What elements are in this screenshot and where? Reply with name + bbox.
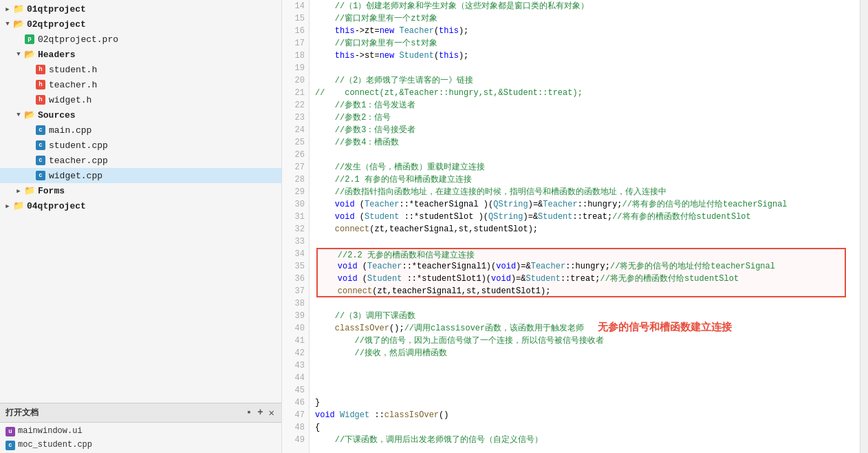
cpp-file-icon: c <box>34 140 47 150</box>
code-line <box>315 372 854 384</box>
close-icon[interactable]: ✕ <box>268 407 276 419</box>
pro-file-icon: p <box>23 34 36 44</box>
cpp-file-icon: c <box>34 125 47 135</box>
tree-item-label: student.cpp <box>49 140 108 151</box>
line-number: 31 <box>282 211 309 223</box>
code-line: //窗口对象里有一个st对象 <box>315 37 854 50</box>
line-number: 26 <box>282 149 309 161</box>
line-number: 33 <box>282 235 309 248</box>
code-line: //窗口对象里有一个zt对象 <box>315 12 854 25</box>
split-icon[interactable]: ▪ <box>245 407 253 419</box>
code-line: //参数4：槽函数 <box>315 136 854 149</box>
file-tree: ▶📁01qtproject▼📂02qtprojectp02qtproject.p… <box>0 0 281 403</box>
code-panel: 1415161718192021222324252627282930313233… <box>282 0 868 453</box>
line-number: 27 <box>282 161 309 173</box>
cpp-file-icon: c <box>34 171 47 180</box>
code-line: void (Student ::*studentSlot1)(void)=&St… <box>316 273 846 285</box>
arrow-icon: ▼ <box>14 51 23 58</box>
tree-item-sources[interactable]: ▼📂Sources <box>0 107 281 123</box>
code-line: //参数2：信号 <box>315 112 854 124</box>
code-line <box>315 359 854 372</box>
tree-item-headers[interactable]: ▼📂Headers <box>0 47 281 62</box>
arrow-icon: ▼ <box>14 112 23 118</box>
code-line: classIsOver();//调用classisover函数，该函数用于触发老… <box>315 322 854 335</box>
line-number: 29 <box>282 186 309 198</box>
arrow-icon: ▼ <box>3 21 12 28</box>
line-number: 47 <box>282 409 309 421</box>
tree-item-label: teacher.h <box>49 80 97 90</box>
code-line: //发生（信号，槽函数）重载时建立连接 <box>315 161 854 173</box>
open-doc-item[interactable]: cmoc_student.cpp <box>0 438 281 452</box>
tree-item-label: widget.h <box>49 95 91 105</box>
code-line: connect(zt,teacherSignal,st,studentSlot)… <box>315 223 854 235</box>
code-line <box>315 62 854 74</box>
tree-item-label: 02qtproject.pro <box>38 34 118 45</box>
tree-item-01qtproject[interactable]: ▶📁01qtproject <box>0 1 281 17</box>
tree-item-teacher-h[interactable]: hteacher.h <box>0 77 281 92</box>
line-number: 19 <box>282 62 309 74</box>
code-line: void (Teacher::*teacherSignal1)(void)=&T… <box>316 260 846 273</box>
line-number: 49 <box>282 434 309 446</box>
line-number: 36 <box>282 273 309 285</box>
line-number: 14 <box>282 0 309 12</box>
code-line <box>315 384 854 397</box>
arrow-icon: ▶ <box>3 6 12 13</box>
code-line: //（2）老师饿了学生请客的一》链接 <box>315 74 854 87</box>
left-panel: ▶📁01qtproject▼📂02qtprojectp02qtproject.p… <box>0 0 282 453</box>
open-doc-label: mainwindow.ui <box>18 426 83 436</box>
open-docs-header: 打开文档 ▪ + ✕ <box>0 403 281 423</box>
line-number: 18 <box>282 50 309 62</box>
header-file-icon: h <box>34 80 47 89</box>
line-number: 20 <box>282 74 309 87</box>
code-line: void (Teacher::*teacherSignal )(QString)… <box>315 198 854 211</box>
tree-item-widget-cpp[interactable]: cwidget.cpp <box>0 168 281 183</box>
code-line: //下课函数，调用后出发老师饿了的信号（自定义信号） <box>315 434 854 446</box>
tree-item-02qtproject[interactable]: ▼📂02qtproject <box>0 17 281 32</box>
code-line: //参数3：信号接受者 <box>315 124 854 136</box>
folder-closed-icon: 📁 <box>12 200 25 211</box>
open-docs-header-icons: ▪ + ✕ <box>245 407 276 419</box>
code-line: //函数指针指向函数地址，在建立连接的时候，指明信号和槽函数的函数地址，传入连接… <box>315 186 854 198</box>
tree-item-student-h[interactable]: hstudent.h <box>0 62 281 77</box>
arrow-icon: ▶ <box>14 187 23 195</box>
code-line: //（3）调用下课函数 <box>315 310 854 322</box>
code-line: //2.2 无参的槽函数和信号建立连接 <box>316 248 846 260</box>
code-lines[interactable]: //（1）创建老师对象和学生对象（这些对象都是窗口类的私有对象） //窗口对象里… <box>310 0 860 453</box>
tree-item-04qtproject[interactable]: ▶📁04qtproject <box>0 198 281 213</box>
tree-item-main-cpp[interactable]: cmain.cpp <box>0 123 281 138</box>
code-line: connect(zt,teacherSignal1,st,studentSlot… <box>316 285 846 297</box>
line-number: 25 <box>282 136 309 149</box>
tree-item-forms[interactable]: ▶📁Forms <box>0 183 281 198</box>
code-line: } <box>315 397 854 409</box>
line-number: 40 <box>282 322 309 335</box>
code-line: { <box>315 421 854 434</box>
cpp-file-icon: c <box>34 156 47 165</box>
tree-item-label: Forms <box>38 186 65 196</box>
line-number: 37 <box>282 285 309 297</box>
line-number: 38 <box>282 297 309 310</box>
tree-item-label: teacher.cpp <box>49 156 108 166</box>
tree-item-label: main.cpp <box>49 125 91 136</box>
code-line <box>315 235 854 248</box>
line-number: 48 <box>282 421 309 434</box>
tree-item-student-cpp[interactable]: cstudent.cpp <box>0 138 281 153</box>
open-docs-panel: 打开文档 ▪ + ✕ umainwindow.uicmoc_student.cp… <box>0 403 281 453</box>
expand-icon[interactable]: + <box>256 407 264 419</box>
tree-item-02qtproject-pro[interactable]: p02qtproject.pro <box>0 32 281 47</box>
open-doc-item[interactable]: umainwindow.ui <box>0 424 281 438</box>
scrollbar[interactable] <box>860 0 868 453</box>
tree-item-widget-h[interactable]: hwidget.h <box>0 92 281 107</box>
folder-open-icon: 📂 <box>23 109 36 120</box>
line-number: 46 <box>282 397 309 409</box>
annotation-label: 无参的信号和槽函数建立连接 <box>598 322 732 334</box>
tree-item-teacher-cpp[interactable]: cteacher.cpp <box>0 153 281 168</box>
line-number: 28 <box>282 173 309 186</box>
code-line: this->st=new Student(this); <box>315 50 854 62</box>
header-file-icon: h <box>34 65 47 74</box>
code-line: void (Student ::*studentSlot )(QString)=… <box>315 211 854 223</box>
code-line <box>315 149 854 161</box>
line-number: 23 <box>282 112 309 124</box>
line-number: 42 <box>282 347 309 359</box>
code-line: //（1）创建老师对象和学生对象（这些对象都是窗口类的私有对象） <box>315 0 854 12</box>
cpp-file-icon: c <box>6 440 15 450</box>
